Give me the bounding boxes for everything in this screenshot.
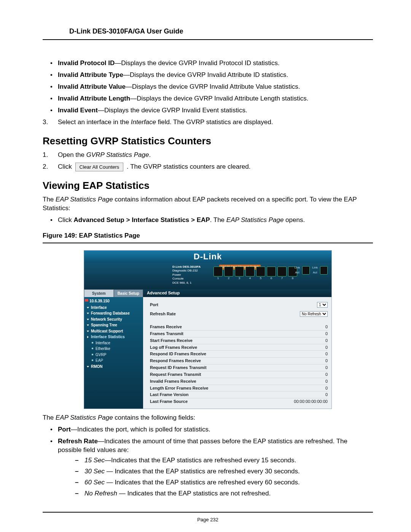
label: Request Frames Transmit — [150, 372, 201, 377]
device-image-row: D-Link DES-3010FA Diagnostic DB-232 Powe… — [84, 263, 331, 289]
act-label: Act — [313, 271, 317, 275]
text-pre: Click — [58, 216, 74, 224]
sidebar-item-network-security[interactable]: Network Security — [84, 316, 143, 323]
value: 0 — [282, 385, 328, 391]
desc: —Displays the device GVRP Invalid Event … — [98, 107, 247, 114]
desc: —Displays the device GVRP Invalid Protoc… — [115, 59, 279, 67]
text-ital: EAP Statistics Page — [56, 414, 113, 421]
sidebar: 10.6.39.150 Interface Forwarding Databas… — [84, 297, 143, 409]
term: Refresh Rate — [58, 438, 98, 445]
text-ital: EAP Statistics Page — [56, 196, 113, 203]
term: Invalid Attribute Length — [58, 95, 130, 102]
eap-intro: The EAP Statistics Page contains informa… — [43, 195, 373, 213]
right-ports: Link Act Link Act — [295, 266, 328, 275]
label: Frames Transmit — [150, 331, 183, 337]
field-bullets: Port—Indicates the port, which is polled… — [43, 425, 373, 498]
value: 0 — [282, 358, 328, 364]
sidebar-item-spanning-tree[interactable]: Spanning Tree — [84, 322, 143, 328]
page-number: Page 232 — [197, 517, 218, 522]
term: Invalid Attribute Type — [58, 71, 123, 78]
term: No Refresh — [84, 490, 117, 497]
gbic-port-g1[interactable] — [302, 266, 310, 275]
port-row — [213, 267, 297, 276]
text-ital: Interface — [131, 118, 156, 126]
sidebar-item-forwarding-database[interactable]: Forwarding Database — [84, 310, 143, 316]
text-post: field. The GVRP statistics are displayed… — [156, 118, 273, 126]
row-length-error-frames-receive: Length Error Frames Receive 0 — [150, 385, 328, 392]
refresh-15-sec: 15 Sec—Indicates that the EAP statistics… — [58, 456, 373, 465]
eap-nav-bullet-list: Click Advanced Setup > Interface Statist… — [43, 216, 373, 225]
label: Respond ID Frames Receive — [150, 351, 206, 357]
desc: —Indicates the port, which is polled for… — [71, 426, 210, 433]
text-pre: Open the — [58, 151, 86, 158]
desc: —Indicates that the EAP statistics are r… — [105, 457, 296, 464]
step-number: 1. — [43, 151, 54, 160]
text-pre: The — [43, 414, 56, 421]
gvrp-invalid-list: Invalid Protocol ID—Displays the device … — [43, 59, 373, 115]
device-model-block: D-Link DES-3010FA Diagnostic DB-232 Powe… — [172, 265, 212, 285]
document-title: D-Link DES-3010FA/GA User Guide — [43, 23, 373, 40]
gbic-port-g2[interactable] — [320, 266, 328, 275]
desc: —Displays the device GVRP Invalid Attrib… — [130, 95, 308, 102]
field-refresh-rate: Refresh Rate—Indicates the amount of tim… — [43, 437, 373, 498]
link-label: Link — [312, 266, 318, 270]
desc: —Indicates the amount of time that passe… — [58, 438, 347, 454]
port-1[interactable] — [213, 267, 223, 276]
port-select[interactable]: 1 — [317, 302, 328, 308]
row-last-frame-source: Last Frame Source 00:00:00:00:00:00 — [150, 398, 328, 405]
refresh-60-sec: 60 Sec — Indicates that the EAP statisti… — [58, 478, 373, 487]
sidebar-item-interface[interactable]: Interface — [84, 305, 143, 311]
text-pre: Click — [58, 163, 74, 170]
value: 0 — [282, 379, 328, 384]
port-6[interactable] — [267, 267, 276, 276]
text-post: . The GVRP statistics counters are clear… — [127, 163, 250, 170]
bullet-invalid-attribute-type: Invalid Attribute Type—Displays the devi… — [43, 71, 373, 80]
sidebar-ip[interactable]: 10.6.39.150 — [84, 298, 143, 305]
row-frames-receive: Frames Receive 0 — [150, 324, 328, 331]
figure-caption: Figure 149: EAP Statistics Page — [43, 232, 373, 240]
sidebar-sub-etherlike[interactable]: Etherlike — [84, 346, 143, 352]
step-number: 2. — [43, 163, 54, 171]
value: 00:00:00:00:00:00 — [282, 399, 328, 404]
eap-nav-bullet: Click Advanced Setup > Interface Statist… — [43, 216, 373, 225]
port-3[interactable] — [235, 267, 244, 276]
label: Log off Frames Receive — [150, 345, 197, 350]
value: 0 — [282, 324, 328, 330]
sidebar-item-interface-statistics[interactable]: Interface Statistics — [84, 334, 143, 340]
row-last-frame-version: Last Frame Version 0 — [150, 391, 328, 398]
port-5[interactable] — [256, 267, 265, 276]
tab-system[interactable]: System — [84, 289, 114, 297]
text-ital: EAP Statistics Page — [226, 216, 284, 224]
term: Port — [58, 426, 71, 433]
row-logoff-frames-receive: Log off Frames Receive 0 — [150, 344, 328, 351]
text-post: contains the following fields: — [113, 414, 195, 421]
label: Invalid Frames Receive — [150, 379, 196, 384]
sidebar-item-multicast-support[interactable]: Multicast Support — [84, 328, 143, 334]
clear-all-counters-button[interactable]: Clear All Counters — [75, 163, 124, 172]
tab-advanced-setup[interactable]: Advanced Setup — [143, 289, 331, 297]
desc: — Indicates that the EAP statistics are … — [105, 479, 300, 486]
sidebar-sub-gvrp[interactable]: GVRP — [84, 352, 143, 358]
section-reset-gvrp: Resetting GVRP Statistics Counters — [43, 134, 373, 148]
row-request-frames-transmit: Request Frames Transmit 0 — [150, 371, 328, 378]
page-footer: Page 232 — [43, 512, 373, 523]
sidebar-sub-interface[interactable]: Interface — [84, 340, 143, 346]
value: 0 — [282, 331, 328, 337]
port-2[interactable] — [224, 267, 233, 276]
refresh-rate-select[interactable]: No Refresh — [300, 311, 328, 317]
desc: —Displays the device GVRP Invalid Attrib… — [123, 71, 288, 78]
tab-basic-setup[interactable]: Basic Setup — [114, 289, 143, 297]
port-7[interactable] — [277, 267, 287, 276]
figure-divider — [43, 243, 373, 243]
port-4[interactable] — [245, 267, 255, 276]
text-mid: . The — [210, 216, 226, 224]
sidebar-sub-eap[interactable]: EAP — [84, 358, 143, 364]
sidebar-item-rmon[interactable]: RMON — [84, 364, 143, 370]
bullet-invalid-protocol-id: Invalid Protocol ID—Displays the device … — [43, 59, 373, 68]
text-post: opens. — [284, 216, 305, 224]
bullet-invalid-event: Invalid Event—Displays the device GVRP I… — [43, 106, 373, 115]
desc: — Indicates that the EAP statistics are … — [117, 490, 271, 497]
row-respond-id-frames-receive: Respond ID Frames Receive 0 — [150, 351, 328, 358]
refresh-30-sec: 30 Sec — Indicates that the EAP statisti… — [58, 467, 373, 476]
desc: — Indicates that the EAP statistics are … — [105, 468, 300, 475]
